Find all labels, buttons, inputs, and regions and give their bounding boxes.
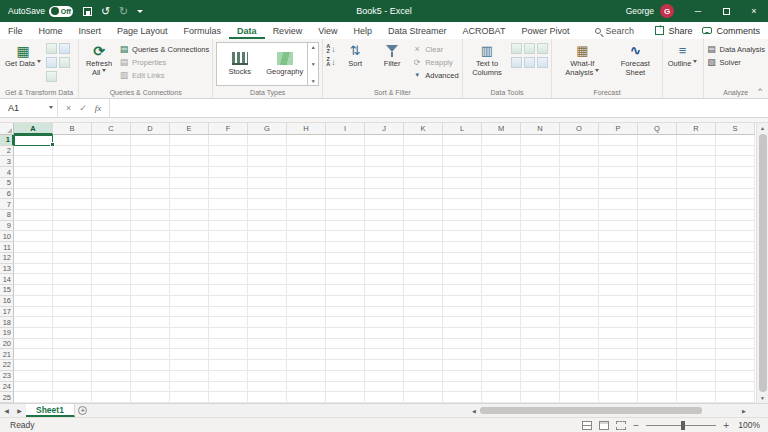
cell-E13[interactable] xyxy=(170,264,209,275)
cell-Q7[interactable] xyxy=(638,199,677,210)
cell-P13[interactable] xyxy=(599,264,638,275)
cell-J9[interactable] xyxy=(365,221,404,232)
cell-A12[interactable] xyxy=(14,253,53,264)
cell-H1[interactable] xyxy=(287,135,326,146)
cell-Q11[interactable] xyxy=(638,242,677,253)
cell-L22[interactable] xyxy=(443,360,482,371)
text-to-columns-button[interactable]: Text to Columns xyxy=(466,41,509,77)
cell-F6[interactable] xyxy=(209,189,248,200)
cell-A7[interactable] xyxy=(14,199,53,210)
cell-O25[interactable] xyxy=(560,392,599,403)
cell-C1[interactable] xyxy=(92,135,131,146)
cell-D25[interactable] xyxy=(131,392,170,403)
page-break-view-icon[interactable] xyxy=(616,421,626,430)
cell-C20[interactable] xyxy=(92,339,131,350)
cell-H16[interactable] xyxy=(287,296,326,307)
cell-M2[interactable] xyxy=(482,146,521,157)
save-icon[interactable] xyxy=(83,7,92,16)
cell-B23[interactable] xyxy=(53,371,92,382)
cell-N5[interactable] xyxy=(521,178,560,189)
cell-D8[interactable] xyxy=(131,210,170,221)
autosave-toggle[interactable]: AutoSave Off xyxy=(0,6,81,17)
avatar[interactable]: G xyxy=(660,4,674,18)
cell-Q18[interactable] xyxy=(638,317,677,328)
cell-J11[interactable] xyxy=(365,242,404,253)
redo-icon[interactable]: ↻ xyxy=(119,5,128,18)
tab-formulas[interactable]: Formulas xyxy=(176,22,230,39)
cell-M13[interactable] xyxy=(482,264,521,275)
cell-I25[interactable] xyxy=(326,392,365,403)
cell-J5[interactable] xyxy=(365,178,404,189)
cell-J24[interactable] xyxy=(365,382,404,393)
cell-J10[interactable] xyxy=(365,231,404,242)
cell-H10[interactable] xyxy=(287,231,326,242)
cell-E11[interactable] xyxy=(170,242,209,253)
cell-H8[interactable] xyxy=(287,210,326,221)
cell-D20[interactable] xyxy=(131,339,170,350)
cell-D4[interactable] xyxy=(131,167,170,178)
cell-R12[interactable] xyxy=(677,253,716,264)
row-header-23[interactable]: 23 xyxy=(0,371,14,382)
outline-button[interactable]: Outline xyxy=(666,41,700,69)
cell-N4[interactable] xyxy=(521,167,560,178)
cell-F15[interactable] xyxy=(209,285,248,296)
cell-E15[interactable] xyxy=(170,285,209,296)
cell-J3[interactable] xyxy=(365,156,404,167)
cell-B5[interactable] xyxy=(53,178,92,189)
row-header-25[interactable]: 25 xyxy=(0,392,14,403)
cell-Q8[interactable] xyxy=(638,210,677,221)
cell-A11[interactable] xyxy=(14,242,53,253)
cell-O10[interactable] xyxy=(560,231,599,242)
cell-H20[interactable] xyxy=(287,339,326,350)
cell-I18[interactable] xyxy=(326,317,365,328)
cell-I16[interactable] xyxy=(326,296,365,307)
cell-I17[interactable] xyxy=(326,307,365,318)
name-box[interactable]: A1 xyxy=(0,99,58,117)
cell-O12[interactable] xyxy=(560,253,599,264)
cell-N2[interactable] xyxy=(521,146,560,157)
cell-I7[interactable] xyxy=(326,199,365,210)
cell-N20[interactable] xyxy=(521,339,560,350)
cell-M15[interactable] xyxy=(482,285,521,296)
cell-M10[interactable] xyxy=(482,231,521,242)
row-header-9[interactable]: 9 xyxy=(0,221,14,232)
cell-D13[interactable] xyxy=(131,264,170,275)
cell-P14[interactable] xyxy=(599,274,638,285)
select-all-corner[interactable] xyxy=(0,123,14,135)
cell-M17[interactable] xyxy=(482,307,521,318)
cell-F1[interactable] xyxy=(209,135,248,146)
cell-A21[interactable] xyxy=(14,349,53,360)
cell-H22[interactable] xyxy=(287,360,326,371)
cell-G7[interactable] xyxy=(248,199,287,210)
cell-S25[interactable] xyxy=(716,392,755,403)
relationships-icon[interactable] xyxy=(537,43,548,54)
cell-F2[interactable] xyxy=(209,146,248,157)
tab-page-layout[interactable]: Page Layout xyxy=(109,22,176,39)
cell-S24[interactable] xyxy=(716,382,755,393)
enter-icon[interactable]: ✓ xyxy=(79,103,87,113)
cell-A16[interactable] xyxy=(14,296,53,307)
cell-G1[interactable] xyxy=(248,135,287,146)
cell-O21[interactable] xyxy=(560,349,599,360)
cell-H23[interactable] xyxy=(287,371,326,382)
cell-Q24[interactable] xyxy=(638,382,677,393)
cell-C24[interactable] xyxy=(92,382,131,393)
stocks-data-type-button[interactable]: Stocks xyxy=(217,43,262,85)
cell-C18[interactable] xyxy=(92,317,131,328)
cell-R16[interactable] xyxy=(677,296,716,307)
cell-M22[interactable] xyxy=(482,360,521,371)
cell-K15[interactable] xyxy=(404,285,443,296)
gallery-more-icon[interactable]: ▼ xyxy=(311,78,316,84)
maximize-button[interactable] xyxy=(712,0,740,22)
cell-N9[interactable] xyxy=(521,221,560,232)
column-header-M[interactable]: M xyxy=(482,123,521,135)
cell-M3[interactable] xyxy=(482,156,521,167)
row-header-21[interactable]: 21 xyxy=(0,349,14,360)
row-header-24[interactable]: 24 xyxy=(0,382,14,393)
cell-R13[interactable] xyxy=(677,264,716,275)
cell-L19[interactable] xyxy=(443,328,482,339)
cell-B17[interactable] xyxy=(53,307,92,318)
cell-S22[interactable] xyxy=(716,360,755,371)
column-header-F[interactable]: F xyxy=(209,123,248,135)
cell-E8[interactable] xyxy=(170,210,209,221)
